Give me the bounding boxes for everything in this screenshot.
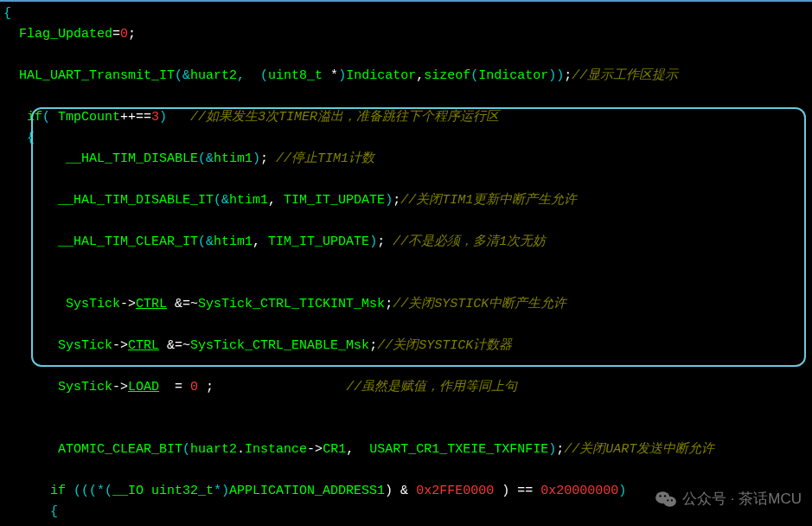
code-token: 0 xyxy=(190,380,198,394)
code-token: SysTick_CTRL_TICKINT_Msk xyxy=(198,297,385,311)
comment: //关闭SYSTICK计数器 xyxy=(377,338,512,353)
comment: //显示工作区提示 xyxy=(572,68,678,83)
brace-open: { xyxy=(3,131,35,145)
code-token: Indicator xyxy=(346,68,416,83)
code-token: Instance xyxy=(245,442,307,457)
code-token: sizeof xyxy=(424,68,470,83)
code-token: if xyxy=(3,110,42,125)
code-token: SysTick_CTRL_ENABLE_Msk xyxy=(190,338,369,353)
code-token: ) xyxy=(369,234,377,249)
code-token: (& xyxy=(175,68,190,83)
code-token: CTRL xyxy=(128,338,159,353)
code-token: 0x20000000 xyxy=(540,484,618,498)
code-token: -> xyxy=(120,297,136,311)
code-token: APPLICATION_ADDRESS1 xyxy=(229,484,385,498)
code-token: Flag_Updated xyxy=(3,27,112,42)
code-token: ; xyxy=(128,27,136,42)
code-token: CTRL xyxy=(136,297,167,311)
comment: //关闭SYSTICK中断产生允许 xyxy=(393,297,566,311)
svg-point-5 xyxy=(671,500,673,502)
code-token: ; xyxy=(393,193,400,208)
code-token: = xyxy=(112,27,120,42)
code-token: -> xyxy=(112,380,128,394)
comment: //不是必须，多清1次无妨 xyxy=(393,234,546,249)
code-token: htim1 xyxy=(214,151,253,166)
code-token: ++== xyxy=(120,110,151,125)
code-token: USART_CR1_TXEIE_TXFNFIE xyxy=(369,442,548,457)
code-token: &=~ xyxy=(159,338,190,353)
code-token: , xyxy=(416,68,424,83)
svg-point-4 xyxy=(667,500,668,502)
comment: //关闭TIM1更新中断产生允许 xyxy=(400,193,577,208)
code-token: ) xyxy=(338,68,346,83)
code-token: , xyxy=(253,234,268,249)
code-token: SysTick xyxy=(3,338,112,353)
code-token: ; xyxy=(260,151,276,166)
code-token: ; xyxy=(198,380,346,394)
code-token: CR1 xyxy=(323,442,346,457)
code-token: = xyxy=(159,380,190,394)
watermark: 公众号 · 茶话MCU xyxy=(655,487,802,510)
code-token: ) == xyxy=(502,484,540,498)
code-token: *) xyxy=(214,484,229,498)
code-token: ( xyxy=(42,110,58,125)
code-token: ) & xyxy=(385,484,416,498)
brace-open: { xyxy=(3,504,58,519)
code-token: __HAL_TIM_DISABLE xyxy=(3,151,198,166)
code-token: htim1 xyxy=(229,193,268,208)
code-token: if xyxy=(3,484,74,498)
blank-line xyxy=(3,421,58,436)
code-token: (& xyxy=(198,234,214,249)
code-editor[interactable]: { Flag_Updated=0; HAL_UART_Transmit_IT(&… xyxy=(3,3,809,526)
code-token: ; xyxy=(556,442,564,457)
code-token: ; xyxy=(377,234,393,249)
code-token: , xyxy=(346,442,369,457)
code-token: uint8_t xyxy=(268,68,330,83)
code-token: ; xyxy=(385,297,393,311)
comment: //如果发生3次TIMER溢出，准备跳往下个程序运行区 xyxy=(167,110,499,125)
svg-point-3 xyxy=(664,496,666,497)
code-token: ( xyxy=(182,442,190,457)
code-token: * xyxy=(330,68,338,83)
code-token: (((*( xyxy=(74,484,112,498)
code-token: htim1 xyxy=(214,234,253,249)
code-token: HAL_UART_Transmit_IT xyxy=(3,68,175,83)
code-token: __IO uint32_t xyxy=(112,484,214,498)
code-token: TIM_IT_UPDATE xyxy=(268,234,369,249)
code-token: &=~ xyxy=(167,297,198,311)
code-token: 0 xyxy=(120,27,128,42)
code-token: TmpCount xyxy=(58,110,120,125)
comment: //关闭UART发送中断允许 xyxy=(564,442,714,457)
brace-open: { xyxy=(3,6,11,21)
comment: //虽然是赋值，作用等同上句 xyxy=(346,380,517,394)
code-token: 3 xyxy=(151,110,159,125)
wechat-icon xyxy=(655,490,675,507)
code-token: ; xyxy=(564,68,572,83)
code-token: -> xyxy=(112,338,128,353)
code-token: SysTick xyxy=(3,297,120,311)
code-token: huart2 xyxy=(190,442,237,457)
code-token: __HAL_TIM_DISABLE_IT xyxy=(3,193,214,208)
code-token: 0x2FFE0000 xyxy=(416,484,502,498)
code-token: , xyxy=(268,193,284,208)
svg-point-1 xyxy=(663,497,676,507)
code-token: TIM_IT_UPDATE xyxy=(284,193,385,208)
code-token: . xyxy=(237,442,245,457)
code-token: Indicator xyxy=(478,68,548,83)
code-token: -> xyxy=(307,442,323,457)
code-token: SysTick xyxy=(3,380,112,394)
code-token: (& xyxy=(198,151,214,166)
code-token: __HAL_TIM_CLEAR_IT xyxy=(3,234,198,249)
svg-point-2 xyxy=(660,496,662,497)
code-token: ( xyxy=(470,68,478,83)
code-token: (& xyxy=(214,193,229,208)
code-token: ) xyxy=(159,110,167,125)
code-token: ) xyxy=(253,151,260,166)
code-token: LOAD xyxy=(128,380,159,394)
code-token: , ( xyxy=(237,68,268,83)
code-token: ) xyxy=(385,193,393,208)
code-token: ) xyxy=(618,484,626,498)
code-token: )) xyxy=(548,68,564,83)
code-token: ; xyxy=(369,338,377,353)
code-token: ) xyxy=(548,442,556,457)
